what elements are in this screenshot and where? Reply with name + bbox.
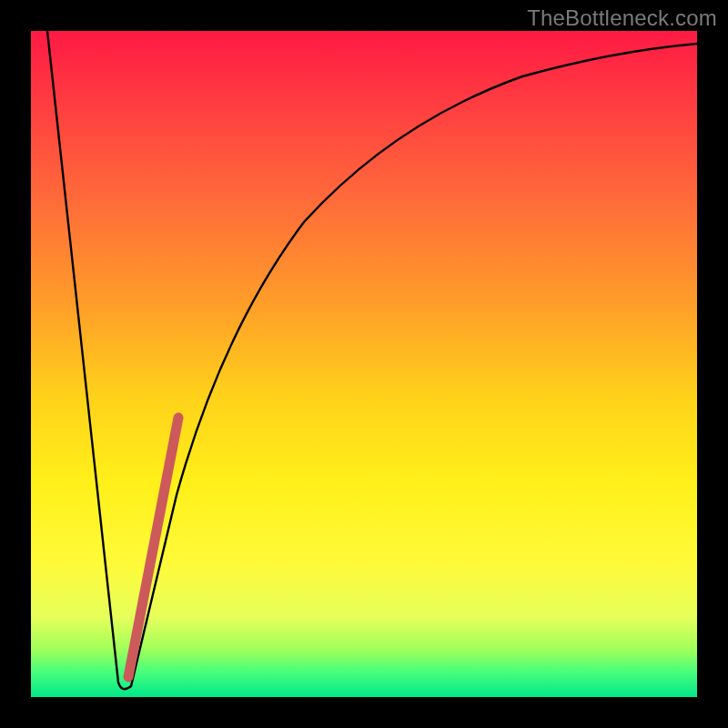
watermark-text: TheBottleneck.com <box>527 5 717 31</box>
chart-frame: TheBottleneck.com <box>0 0 728 728</box>
chart-svg <box>31 31 697 697</box>
highlight-segment <box>128 418 178 677</box>
chart-plot-area <box>31 31 697 697</box>
